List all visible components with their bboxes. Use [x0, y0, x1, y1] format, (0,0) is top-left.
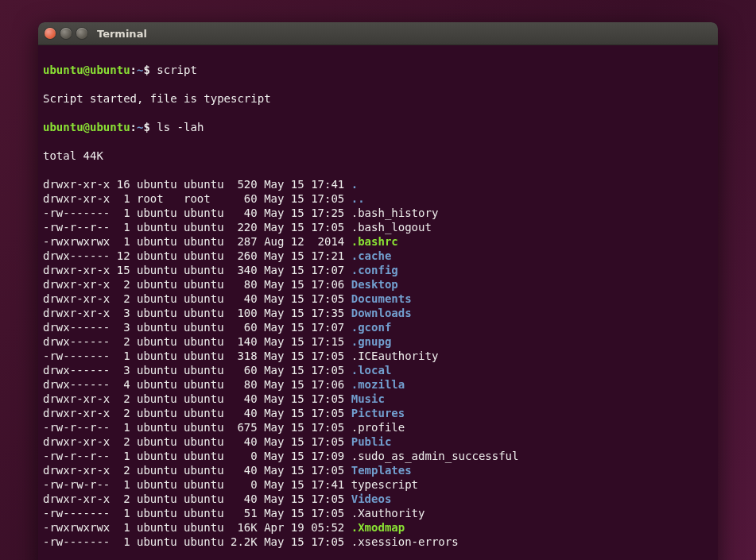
file-name: .sudo_as_admin_successful	[351, 450, 519, 462]
list-item: drwx------ 2 ubuntu ubuntu 140 May 15 17…	[43, 334, 713, 349]
list-item: drwxr-xr-x 15 ubuntu ubuntu 340 May 15 1…	[43, 263, 713, 277]
total-line: total 44K	[43, 149, 713, 163]
file-name: Documents	[351, 292, 412, 305]
file-name: .mozilla	[351, 378, 405, 391]
file-name: Templates	[351, 464, 412, 477]
window-title: Terminal	[97, 28, 147, 40]
list-item: drwxr-xr-x 2 ubuntu ubuntu 40 May 15 17:…	[43, 434, 713, 449]
long-listing: drwxr-xr-x 16 ubuntu ubuntu 520 May 15 1…	[43, 177, 713, 549]
terminal-body[interactable]: ubuntu@ubuntu:~$ script Script started, …	[38, 45, 718, 560]
maximize-icon[interactable]	[76, 28, 87, 39]
command-input: ls -lah	[157, 121, 204, 133]
list-item: -rw-r--r-- 1 ubuntu ubuntu 220 May 15 17…	[43, 220, 713, 234]
file-name: .bashrc	[351, 235, 398, 248]
list-item: -rw------- 1 ubuntu ubuntu 51 May 15 17:…	[43, 506, 713, 520]
prompt-line: ubuntu@ubuntu:~$ script	[43, 63, 713, 77]
list-item: drwxr-xr-x 2 ubuntu ubuntu 40 May 15 17:…	[43, 292, 713, 306]
file-name: .bash_history	[351, 207, 439, 219]
file-name: typescript	[351, 478, 418, 491]
script-started-msg: Script started, file is typescript	[43, 91, 713, 106]
file-name: .xsession-errors	[351, 535, 459, 548]
list-item: drwx------ 3 ubuntu ubuntu 60 May 15 17:…	[43, 320, 713, 334]
file-name: .gnupg	[351, 335, 392, 348]
list-item: -rw-r--r-- 1 ubuntu ubuntu 675 May 15 17…	[43, 420, 713, 434]
list-item: -rwxrwxrwx 1 ubuntu ubuntu 287 Aug 12 20…	[43, 234, 713, 249]
file-name: .config	[351, 264, 398, 276]
file-name: .profile	[351, 421, 405, 434]
file-name: .cache	[351, 249, 392, 262]
file-name: Pictures	[351, 407, 405, 419]
file-name: Public	[351, 435, 392, 448]
file-name: .bash_logout	[351, 221, 432, 234]
file-name: .gconf	[351, 321, 392, 334]
list-item: -rw-r--r-- 1 ubuntu ubuntu 0 May 15 17:0…	[43, 449, 713, 463]
close-icon[interactable]	[45, 28, 56, 39]
file-name: Music	[351, 392, 385, 405]
list-item: drwxr-xr-x 2 ubuntu ubuntu 40 May 15 17:…	[43, 463, 713, 477]
list-item: drwxr-xr-x 1 root root 60 May 15 17:05 .…	[43, 191, 713, 206]
file-name: ..	[351, 192, 365, 205]
list-item: drwx------ 3 ubuntu ubuntu 60 May 15 17:…	[43, 363, 713, 377]
list-item: -rw-rw-r-- 1 ubuntu ubuntu 0 May 15 17:4…	[43, 477, 713, 492]
file-name: .	[351, 178, 358, 191]
file-name: .local	[351, 364, 392, 377]
list-item: drwx------ 4 ubuntu ubuntu 80 May 15 17:…	[43, 377, 713, 392]
file-name: Downloads	[351, 307, 412, 319]
minimize-icon[interactable]	[60, 28, 72, 39]
file-name: Desktop	[351, 278, 398, 291]
list-item: drwxr-xr-x 2 ubuntu ubuntu 40 May 15 17:…	[43, 492, 713, 506]
prompt-userhost: ubuntu@ubuntu	[43, 64, 130, 76]
list-item: -rw------- 1 ubuntu ubuntu 2.2K May 15 1…	[43, 535, 713, 549]
list-item: drwxr-xr-x 2 ubuntu ubuntu 40 May 15 17:…	[43, 406, 713, 420]
file-name: .Xauthority	[351, 507, 425, 519]
terminal-window: Terminal ubuntu@ubuntu:~$ script Script …	[38, 22, 718, 560]
list-item: drwxr-xr-x 2 ubuntu ubuntu 40 May 15 17:…	[43, 392, 713, 406]
titlebar[interactable]: Terminal	[38, 22, 718, 45]
list-item: drwxr-xr-x 3 ubuntu ubuntu 100 May 15 17…	[43, 306, 713, 320]
list-item: drwxr-xr-x 16 ubuntu ubuntu 520 May 15 1…	[43, 177, 713, 191]
list-item: drwxr-xr-x 2 ubuntu ubuntu 80 May 15 17:…	[43, 277, 713, 292]
file-name: Videos	[351, 492, 392, 505]
file-name: .Xmodmap	[351, 521, 405, 534]
file-name: .ICEauthority	[351, 350, 439, 362]
command-input: script	[157, 64, 197, 76]
list-item: drwx------ 12 ubuntu ubuntu 260 May 15 1…	[43, 249, 713, 263]
prompt-line: ubuntu@ubuntu:~$ ls -lah	[43, 120, 713, 134]
list-item: -rwxrwxrwx 1 ubuntu ubuntu 16K Apr 19 05…	[43, 520, 713, 535]
list-item: -rw------- 1 ubuntu ubuntu 318 May 15 17…	[43, 349, 713, 363]
list-item: -rw------- 1 ubuntu ubuntu 40 May 15 17:…	[43, 206, 713, 220]
